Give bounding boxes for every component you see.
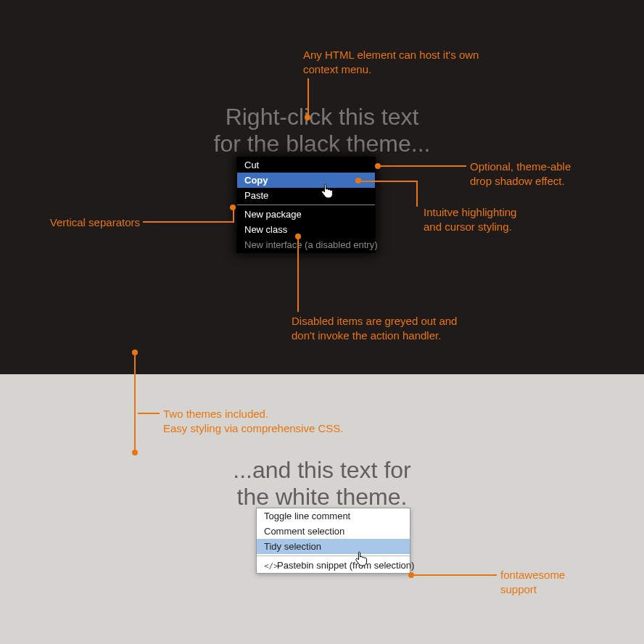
light-headline[interactable]: ...and this text for the white theme.: [0, 457, 644, 511]
anno-dot: [230, 205, 236, 210]
menu-item-comment-sel[interactable]: Comment selection: [257, 524, 410, 539]
anno-dot: [375, 163, 381, 169]
anno-dot: [305, 115, 310, 120]
anno-line: [381, 165, 466, 167]
code-icon: </>: [264, 561, 277, 571]
anno-dot: [408, 572, 414, 578]
anno-shadow: Optional, theme-able drop shadow effect.: [470, 160, 571, 189]
menu-item-toggle-comment[interactable]: Toggle line comment: [257, 508, 410, 524]
anno-disabled: Disabled items are greyed out and don't …: [292, 314, 457, 344]
anno-line: [358, 181, 418, 182]
anno-dot: [295, 234, 301, 239]
anno-text: Vertical separators: [50, 216, 140, 228]
anno-text: and cursor styling.: [424, 220, 512, 233]
anno-text: support: [500, 583, 537, 595]
light-headline-line2: the white theme.: [237, 484, 408, 510]
anno-text: context menu.: [303, 63, 371, 75]
menu-item-new-class[interactable]: New class: [237, 222, 375, 237]
menu-separator-2: [257, 556, 410, 556]
anno-line: [307, 78, 309, 117]
anno-text: Any HTML element can host it's own: [303, 49, 479, 61]
anno-text: drop shadow effect.: [470, 175, 565, 187]
menu-item-cut[interactable]: Cut: [237, 157, 375, 173]
dark-headline-line2: for the black theme...: [214, 131, 431, 157]
context-menu-black[interactable]: Cut Copy Paste New package New class New…: [236, 157, 376, 253]
anno-dot: [132, 450, 138, 455]
menu-item-copy[interactable]: Copy: [237, 173, 375, 188]
anno-line: [416, 181, 418, 207]
anno-vsep: Vertical separators: [46, 215, 140, 230]
light-headline-line1: ...and this text for: [233, 457, 410, 483]
anno-text: don't invoke the action handler.: [292, 329, 441, 342]
anno-line: [414, 574, 497, 576]
dark-headline[interactable]: Right-click this text for the black them…: [0, 104, 644, 157]
anno-text: Easy styling via comprehensive CSS.: [163, 422, 343, 434]
anno-themes: Two themes included. Easy styling via co…: [163, 407, 343, 437]
anno-text: Two themes included.: [163, 408, 268, 420]
anno-text: Intuitve highlighting: [424, 206, 516, 218]
menu-item-new-interface: New interface (a disabled entry): [237, 237, 375, 252]
menu-item-new-package[interactable]: New package: [237, 207, 375, 222]
context-menu-white[interactable]: Toggle line comment Comment selection Ti…: [256, 508, 410, 574]
dark-headline-line1: Right-click this text: [226, 104, 419, 130]
anno-html-host: Any HTML element can host it's own conte…: [303, 48, 479, 78]
menu-item-paste[interactable]: Paste: [237, 188, 375, 203]
anno-fontawesome: fontawesome support: [500, 568, 565, 598]
anno-line: [134, 355, 136, 450]
anno-line: [138, 413, 160, 414]
anno-text: Optional, theme-able: [470, 160, 571, 173]
anno-line: [143, 221, 234, 223]
menu-item-pastebin[interactable]: </>Pastebin snippet (from selection): [257, 558, 410, 573]
anno-line: [297, 239, 299, 312]
menu-item-pastebin-label: Pastebin snippet (from selection): [277, 560, 414, 571]
menu-item-tidy-sel[interactable]: Tidy selection: [257, 539, 410, 554]
anno-text: fontawesome: [500, 569, 565, 581]
anno-dot: [132, 350, 138, 355]
menu-separator-1: [237, 205, 375, 205]
anno-highlight: Intuitve highlighting and cursor styling…: [424, 205, 516, 235]
anno-text: Disabled items are greyed out and: [292, 315, 457, 327]
